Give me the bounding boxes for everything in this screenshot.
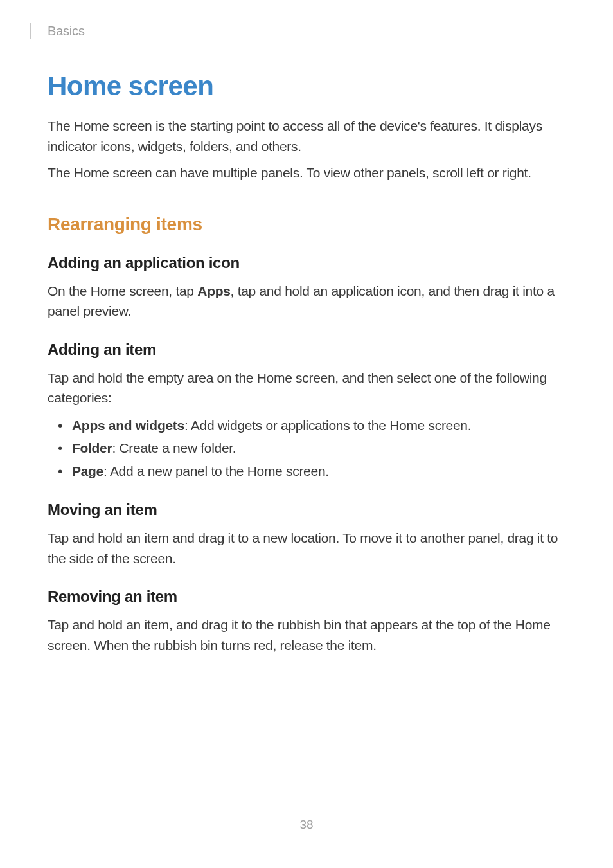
paragraph-add-app-icon: On the Home screen, tap Apps, tap and ho…: [48, 281, 565, 321]
subheading-removing-item: Removing an item: [48, 588, 565, 606]
page-title: Home screen: [48, 71, 565, 102]
text-prefix: On the Home screen, tap: [48, 284, 197, 298]
paragraph-moving-item: Tap and hold an item and drag it to a ne…: [48, 528, 565, 568]
list-item-bold: Folder: [72, 440, 112, 455]
list-item-text: : Add widgets or applications to the Hom…: [184, 418, 471, 433]
breadcrumb: Basics: [48, 24, 85, 39]
paragraph-add-item: Tap and hold the empty area on the Home …: [48, 368, 565, 408]
document-page: Basics Home screen The Home screen is th…: [0, 0, 613, 868]
list-item-bold: Apps and widgets: [72, 418, 184, 433]
list-item-text: : Create a new folder.: [112, 440, 236, 455]
list-item: Page: Add a new panel to the Home screen…: [48, 460, 565, 482]
subheading-moving-item: Moving an item: [48, 501, 565, 519]
list-item-bold: Page: [72, 464, 103, 478]
breadcrumb-row: Basics: [48, 23, 565, 39]
list-item-text: : Add a new panel to the Home screen.: [103, 464, 329, 478]
bullet-list-add-item: Apps and widgets: Add widgets or applica…: [48, 415, 565, 482]
bold-apps: Apps: [197, 284, 230, 298]
intro-paragraph-1: The Home screen is the starting point to…: [48, 116, 565, 156]
paragraph-removing-item: Tap and hold an item, and drag it to the…: [48, 615, 565, 655]
page-number: 38: [0, 818, 613, 832]
subheading-add-app-icon: Adding an application icon: [48, 254, 565, 272]
subheading-add-item: Adding an item: [48, 341, 565, 359]
list-item: Apps and widgets: Add widgets or applica…: [48, 415, 565, 437]
list-item: Folder: Create a new folder.: [48, 437, 565, 459]
intro-paragraph-2: The Home screen can have multiple panels…: [48, 163, 565, 183]
section-heading-rearranging: Rearranging items: [48, 214, 565, 235]
breadcrumb-divider: [30, 23, 31, 39]
